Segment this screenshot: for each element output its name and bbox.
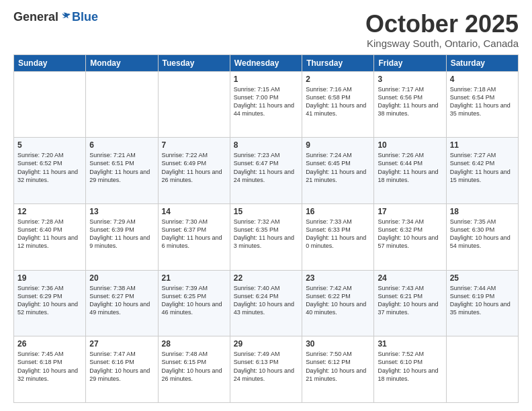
calendar-cell: 14Sunrise: 7:30 AM Sunset: 6:37 PM Dayli… xyxy=(158,203,230,270)
calendar-cell xyxy=(86,71,158,138)
day-number: 7 xyxy=(162,140,226,150)
day-info: Sunrise: 7:28 AM Sunset: 6:40 PM Dayligh… xyxy=(17,218,82,250)
calendar-cell: 8Sunrise: 7:23 AM Sunset: 6:47 PM Daylig… xyxy=(230,138,302,204)
calendar-cell: 27Sunrise: 7:47 AM Sunset: 6:16 PM Dayli… xyxy=(86,336,158,403)
calendar-cell xyxy=(158,71,230,138)
day-number: 31 xyxy=(378,339,442,349)
day-info: Sunrise: 7:45 AM Sunset: 6:18 PM Dayligh… xyxy=(17,350,82,383)
day-number: 24 xyxy=(378,273,442,283)
col-monday: Monday xyxy=(86,54,158,71)
calendar-cell: 22Sunrise: 7:40 AM Sunset: 6:24 PM Dayli… xyxy=(230,270,302,336)
calendar-cell: 13Sunrise: 7:29 AM Sunset: 6:39 PM Dayli… xyxy=(86,203,158,270)
calendar-cell xyxy=(14,71,86,138)
calendar-cell: 4Sunrise: 7:18 AM Sunset: 6:54 PM Daylig… xyxy=(446,71,518,138)
day-info: Sunrise: 7:17 AM Sunset: 6:56 PM Dayligh… xyxy=(378,85,442,118)
day-number: 15 xyxy=(234,207,298,216)
day-info: Sunrise: 7:49 AM Sunset: 6:13 PM Dayligh… xyxy=(234,350,298,383)
day-info: Sunrise: 7:48 AM Sunset: 6:15 PM Dayligh… xyxy=(162,350,226,383)
day-number: 27 xyxy=(89,339,154,349)
day-number: 21 xyxy=(162,273,226,283)
calendar-week-2: 5Sunrise: 7:20 AM Sunset: 6:52 PM Daylig… xyxy=(14,138,519,204)
day-info: Sunrise: 7:15 AM Sunset: 7:00 PM Dayligh… xyxy=(234,85,298,118)
day-number: 22 xyxy=(234,273,298,283)
calendar-cell: 18Sunrise: 7:35 AM Sunset: 6:30 PM Dayli… xyxy=(446,203,518,270)
calendar-cell: 25Sunrise: 7:44 AM Sunset: 6:19 PM Dayli… xyxy=(446,270,518,336)
calendar-cell: 16Sunrise: 7:33 AM Sunset: 6:33 PM Dayli… xyxy=(302,203,374,270)
day-number: 4 xyxy=(450,75,515,84)
calendar-cell: 7Sunrise: 7:22 AM Sunset: 6:49 PM Daylig… xyxy=(158,138,230,204)
col-friday: Friday xyxy=(374,54,446,71)
day-info: Sunrise: 7:42 AM Sunset: 6:22 PM Dayligh… xyxy=(306,284,370,317)
day-number: 18 xyxy=(450,207,515,216)
col-tuesday: Tuesday xyxy=(158,54,230,71)
day-number: 29 xyxy=(234,339,298,349)
day-info: Sunrise: 7:38 AM Sunset: 6:27 PM Dayligh… xyxy=(89,284,154,317)
day-number: 17 xyxy=(378,207,442,216)
logo-general-text: General xyxy=(13,11,58,23)
day-info: Sunrise: 7:22 AM Sunset: 6:49 PM Dayligh… xyxy=(162,151,226,184)
day-number: 12 xyxy=(17,207,82,216)
day-info: Sunrise: 7:20 AM Sunset: 6:52 PM Dayligh… xyxy=(17,151,82,184)
col-thursday: Thursday xyxy=(302,54,374,71)
calendar-header-row: Sunday Monday Tuesday Wednesday Thursday… xyxy=(14,54,519,71)
day-number: 13 xyxy=(89,207,154,216)
calendar-cell: 11Sunrise: 7:27 AM Sunset: 6:42 PM Dayli… xyxy=(446,138,518,204)
day-info: Sunrise: 7:44 AM Sunset: 6:19 PM Dayligh… xyxy=(450,284,515,317)
day-number: 20 xyxy=(89,273,154,283)
day-number: 2 xyxy=(306,75,370,84)
calendar-cell: 19Sunrise: 7:36 AM Sunset: 6:29 PM Dayli… xyxy=(14,270,86,336)
calendar-week-1: 1Sunrise: 7:15 AM Sunset: 7:00 PM Daylig… xyxy=(14,71,519,138)
calendar-cell: 3Sunrise: 7:17 AM Sunset: 6:56 PM Daylig… xyxy=(374,71,446,138)
page: General Blue October 2025 Kingsway South… xyxy=(0,0,532,411)
location-subtitle: Kingsway South, Ontario, Canada xyxy=(365,38,519,49)
calendar-cell xyxy=(446,336,518,403)
calendar-week-4: 19Sunrise: 7:36 AM Sunset: 6:29 PM Dayli… xyxy=(14,270,519,336)
day-number: 30 xyxy=(306,339,370,349)
day-info: Sunrise: 7:47 AM Sunset: 6:16 PM Dayligh… xyxy=(89,350,154,383)
day-number: 23 xyxy=(306,273,370,283)
day-number: 14 xyxy=(162,207,226,216)
day-number: 5 xyxy=(17,140,82,150)
calendar-cell: 15Sunrise: 7:32 AM Sunset: 6:35 PM Dayli… xyxy=(230,203,302,270)
logo-bird-icon xyxy=(60,11,72,23)
day-info: Sunrise: 7:34 AM Sunset: 6:32 PM Dayligh… xyxy=(378,218,442,250)
day-number: 8 xyxy=(234,140,298,150)
month-title: October 2025 xyxy=(365,11,519,38)
calendar-cell: 31Sunrise: 7:52 AM Sunset: 6:10 PM Dayli… xyxy=(374,336,446,403)
day-info: Sunrise: 7:26 AM Sunset: 6:44 PM Dayligh… xyxy=(378,151,442,184)
day-info: Sunrise: 7:36 AM Sunset: 6:29 PM Dayligh… xyxy=(17,284,82,317)
day-number: 26 xyxy=(17,339,82,349)
day-info: Sunrise: 7:29 AM Sunset: 6:39 PM Dayligh… xyxy=(89,218,154,250)
day-number: 28 xyxy=(162,339,226,349)
day-info: Sunrise: 7:24 AM Sunset: 6:45 PM Dayligh… xyxy=(306,151,370,184)
calendar-cell: 12Sunrise: 7:28 AM Sunset: 6:40 PM Dayli… xyxy=(14,203,86,270)
day-info: Sunrise: 7:32 AM Sunset: 6:35 PM Dayligh… xyxy=(234,218,298,250)
calendar-cell: 1Sunrise: 7:15 AM Sunset: 7:00 PM Daylig… xyxy=(230,71,302,138)
col-sunday: Sunday xyxy=(14,54,86,71)
calendar-cell: 28Sunrise: 7:48 AM Sunset: 6:15 PM Dayli… xyxy=(158,336,230,403)
title-section: October 2025 Kingsway South, Ontario, Ca… xyxy=(365,11,519,49)
day-info: Sunrise: 7:52 AM Sunset: 6:10 PM Dayligh… xyxy=(378,350,442,383)
calendar-week-5: 26Sunrise: 7:45 AM Sunset: 6:18 PM Dayli… xyxy=(14,336,519,403)
logo: General Blue xyxy=(13,11,98,23)
day-info: Sunrise: 7:50 AM Sunset: 6:12 PM Dayligh… xyxy=(306,350,370,383)
calendar-cell: 20Sunrise: 7:38 AM Sunset: 6:27 PM Dayli… xyxy=(86,270,158,336)
logo-text: General Blue xyxy=(13,11,98,23)
calendar-cell: 21Sunrise: 7:39 AM Sunset: 6:25 PM Dayli… xyxy=(158,270,230,336)
day-info: Sunrise: 7:21 AM Sunset: 6:51 PM Dayligh… xyxy=(89,151,154,184)
header: General Blue October 2025 Kingsway South… xyxy=(13,11,519,49)
day-info: Sunrise: 7:35 AM Sunset: 6:30 PM Dayligh… xyxy=(450,218,515,250)
calendar-cell: 29Sunrise: 7:49 AM Sunset: 6:13 PM Dayli… xyxy=(230,336,302,403)
calendar-cell: 6Sunrise: 7:21 AM Sunset: 6:51 PM Daylig… xyxy=(86,138,158,204)
day-info: Sunrise: 7:18 AM Sunset: 6:54 PM Dayligh… xyxy=(450,85,515,118)
day-info: Sunrise: 7:30 AM Sunset: 6:37 PM Dayligh… xyxy=(162,218,226,250)
col-saturday: Saturday xyxy=(446,54,518,71)
day-info: Sunrise: 7:40 AM Sunset: 6:24 PM Dayligh… xyxy=(234,284,298,317)
day-number: 6 xyxy=(89,140,154,150)
day-number: 1 xyxy=(234,75,298,84)
calendar-cell: 26Sunrise: 7:45 AM Sunset: 6:18 PM Dayli… xyxy=(14,336,86,403)
day-info: Sunrise: 7:27 AM Sunset: 6:42 PM Dayligh… xyxy=(450,151,515,184)
day-number: 3 xyxy=(378,75,442,84)
calendar-cell: 24Sunrise: 7:43 AM Sunset: 6:21 PM Dayli… xyxy=(374,270,446,336)
day-info: Sunrise: 7:23 AM Sunset: 6:47 PM Dayligh… xyxy=(234,151,298,184)
